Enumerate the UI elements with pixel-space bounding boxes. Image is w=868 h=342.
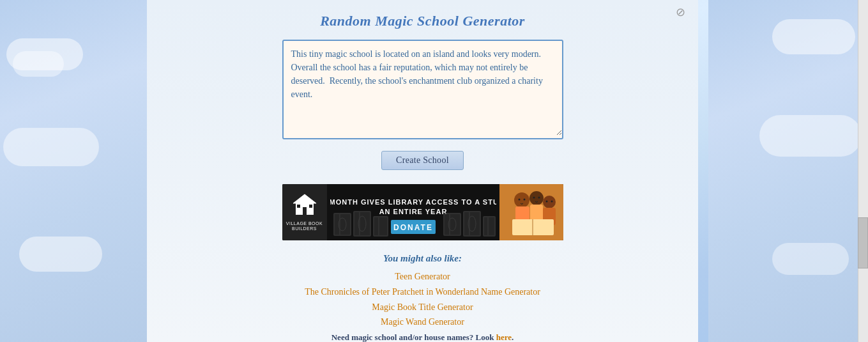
svg-rect-7 (335, 214, 350, 235)
rec-link-teen[interactable]: Teen Generator (305, 269, 540, 284)
svg-rect-30 (484, 217, 494, 235)
svg-point-46 (551, 201, 552, 203)
page-title: Random Magic School Generator (320, 13, 525, 29)
right-sidebar (708, 0, 868, 342)
svg-rect-15 (374, 217, 387, 235)
recommendations-section: You might also like: Teen Generator The … (305, 253, 540, 342)
svg-text:JUST $1 A MONTH GIVES LIBRARY : JUST $1 A MONTH GIVES LIBRARY ACCESS TO … (330, 198, 496, 206)
svg-point-34 (529, 191, 544, 205)
svg-text:DONATE: DONATE (393, 223, 433, 232)
settings-icon: ⊘ (676, 6, 685, 19)
ad-image-inner (499, 184, 563, 240)
textarea-wrapper (282, 40, 563, 139)
ad-logo-text: VILLAGE BOOKBUILDERS (286, 221, 323, 232)
ad-books-svg: JUST $1 A MONTH GIVES LIBRARY ACCESS TO … (330, 184, 496, 240)
svg-text:AN ENTIRE YEAR: AN ENTIRE YEAR (379, 208, 447, 215)
content-wrapper: Random Magic School Generator Create Sch… (147, 0, 698, 342)
top-right-area: ⊘ (676, 5, 685, 19)
rec-note-period: . (512, 332, 514, 342)
village-book-builders-icon (292, 193, 317, 220)
create-school-button[interactable]: Create School (381, 151, 464, 170)
vbb-logo-svg (292, 193, 317, 216)
main-content: ⊘ Random Magic School Generator Create S… (147, 0, 698, 342)
svg-point-42 (523, 199, 525, 201)
rec-link-magic-book[interactable]: Magic Book Title Generator (305, 300, 540, 315)
rec-note-here-link[interactable]: here (496, 332, 512, 342)
svg-rect-4 (309, 205, 312, 208)
left-sidebar (0, 0, 147, 342)
ad-books-area: JUST $1 A MONTH GIVES LIBRARY ACCESS TO … (327, 184, 499, 240)
svg-rect-22 (445, 214, 460, 235)
ad-children-image (499, 184, 563, 240)
svg-point-35 (543, 196, 556, 208)
scrollbar-track (858, 0, 868, 342)
cloud-decoration (3, 128, 99, 166)
svg-rect-2 (303, 207, 307, 215)
children-reading-svg (499, 184, 563, 240)
rec-link-magic-wand[interactable]: Magic Wand Generator (305, 315, 540, 330)
button-row: Create School (381, 151, 464, 170)
ad-banner[interactable]: VILLAGE BOOKBUILDERS (282, 184, 563, 240)
rec-note: Need magic school and/or house names? Lo… (305, 332, 540, 342)
cloud-decoration (13, 51, 64, 77)
recommendations-heading: You might also like: (305, 253, 540, 264)
svg-point-33 (514, 192, 529, 208)
svg-point-44 (538, 197, 540, 199)
svg-rect-11 (354, 212, 370, 235)
rec-link-chronicles[interactable]: The Chronicles of Peter Pratchett in Won… (305, 284, 540, 300)
cloud-decoration (759, 115, 862, 157)
svg-point-45 (545, 201, 547, 203)
ad-logo: VILLAGE BOOKBUILDERS (282, 184, 327, 240)
svg-rect-3 (297, 205, 300, 208)
cloud-decoration (19, 237, 102, 272)
svg-point-43 (533, 197, 535, 199)
school-description-textarea[interactable] (284, 41, 562, 136)
svg-point-41 (518, 199, 520, 201)
svg-rect-26 (464, 212, 480, 235)
rec-note-text: Need magic school and/or house names? Lo… (331, 332, 496, 342)
cloud-decoration (772, 19, 855, 54)
scrollbar-thumb[interactable] (858, 217, 868, 268)
cloud-decoration (772, 243, 849, 275)
